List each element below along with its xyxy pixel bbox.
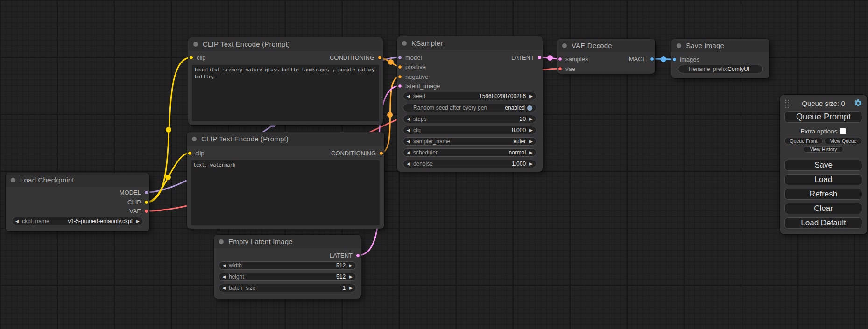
width-widget[interactable]: ◀ width 512 ▶ <box>219 261 356 270</box>
input-port-vae[interactable]: vae <box>558 64 575 73</box>
input-port-images[interactable]: images <box>672 55 699 63</box>
collapse-dot-icon[interactable] <box>193 42 198 47</box>
decrement-arrow-icon[interactable]: ◀ <box>222 264 226 268</box>
port-dot-conditioning[interactable] <box>379 151 383 155</box>
filename-prefix-widget[interactable]: filename_prefix ComfyUI <box>678 65 763 73</box>
queue-prompt-button[interactable]: Queue Prompt <box>784 111 862 123</box>
node-vae-decode[interactable]: VAE Decode samples vae IMAGE <box>557 39 655 74</box>
settings-gear-icon[interactable] <box>854 99 862 107</box>
port-dot-image[interactable] <box>650 57 654 61</box>
decrement-arrow-icon[interactable]: ◀ <box>407 117 410 121</box>
cfg-widget[interactable]: ◀ cfg 8.000 ▶ <box>403 126 536 134</box>
port-dot-vae[interactable] <box>558 67 562 71</box>
input-port-latent-image[interactable]: latent_image <box>398 82 440 90</box>
output-port-conditioning[interactable]: CONDITIONING <box>330 53 382 62</box>
decrement-arrow-icon[interactable]: ◀ <box>407 151 410 155</box>
port-dot-model[interactable] <box>144 190 148 195</box>
node-title-bar[interactable]: Empty Latent Image <box>214 235 361 248</box>
batch-size-widget[interactable]: ◀ batch_size 1 ▶ <box>219 284 356 292</box>
node-title-bar[interactable]: Load Checkpoint <box>6 173 149 187</box>
input-port-positive[interactable]: positive <box>398 63 426 71</box>
decrement-arrow-icon[interactable]: ◀ <box>407 94 410 98</box>
input-port-negative[interactable]: negative <box>398 72 428 81</box>
output-port-vae[interactable]: VAE <box>129 207 148 215</box>
node-save-image[interactable]: Save Image images filename_prefix ComfyU… <box>671 39 769 78</box>
node-load-checkpoint[interactable]: Load Checkpoint MODEL CLIP VAE ◀ ckpt_na… <box>6 173 149 231</box>
collapse-dot-icon[interactable] <box>11 178 15 182</box>
extra-options-checkbox[interactable] <box>840 128 846 134</box>
steps-widget[interactable]: ◀ steps 20 ▶ <box>403 115 536 123</box>
port-dot-image[interactable] <box>672 57 677 62</box>
increment-arrow-icon[interactable]: ▶ <box>529 94 533 98</box>
view-queue-button[interactable]: View Queue <box>824 138 862 144</box>
collapse-dot-icon[interactable] <box>192 137 197 141</box>
node-empty-latent-image[interactable]: Empty Latent Image LATENT ◀ width 512 ▶ … <box>214 235 361 299</box>
port-dot-clip[interactable] <box>189 56 193 60</box>
increment-arrow-icon[interactable]: ▶ <box>349 286 353 290</box>
port-dot-conditioning[interactable] <box>378 56 382 60</box>
port-dot-vae[interactable] <box>144 209 148 213</box>
clear-button[interactable]: Clear <box>784 203 862 214</box>
node-title-bar[interactable]: KSampler <box>397 36 543 50</box>
output-port-model[interactable]: MODEL <box>120 188 148 196</box>
save-button[interactable]: Save <box>784 160 862 171</box>
toggle-on-icon[interactable] <box>527 105 532 111</box>
increment-arrow-icon[interactable]: ▶ <box>136 219 140 224</box>
port-dot-latent[interactable] <box>537 56 542 60</box>
seed-widget[interactable]: ◀ seed 156680208700286 ▶ <box>403 92 536 100</box>
node-graph-canvas[interactable]: CLIP Text Encode (Prompt) clip CONDITION… <box>0 0 868 329</box>
port-dot-latent[interactable] <box>398 84 402 88</box>
decrement-arrow-icon[interactable]: ◀ <box>407 140 410 144</box>
increment-arrow-icon[interactable]: ▶ <box>529 162 533 166</box>
output-port-clip[interactable]: CLIP <box>127 198 148 206</box>
increment-arrow-icon[interactable]: ▶ <box>529 128 533 133</box>
output-port-latent[interactable]: LATENT <box>511 53 542 62</box>
increment-arrow-icon[interactable]: ▶ <box>349 275 353 279</box>
collapse-dot-icon[interactable] <box>562 43 567 48</box>
port-dot-latent[interactable] <box>356 253 360 258</box>
collapse-dot-icon[interactable] <box>402 41 407 46</box>
decrement-arrow-icon[interactable]: ◀ <box>222 275 226 279</box>
node-clip-text-encode-negative[interactable]: CLIP Text Encode (Prompt) clip CONDITION… <box>187 132 384 229</box>
scheduler-widget[interactable]: ◀ scheduler normal ▶ <box>403 148 536 157</box>
increment-arrow-icon[interactable]: ▶ <box>349 264 353 268</box>
decrement-arrow-icon[interactable]: ◀ <box>15 219 19 224</box>
ckpt-name-widget[interactable]: ◀ ckpt_name v1-5-pruned-emaonly.ckpt ▶ <box>12 217 143 225</box>
load-button[interactable]: Load <box>784 174 862 185</box>
queue-front-button[interactable]: Queue Front <box>784 138 823 144</box>
denoise-widget[interactable]: ◀ denoise 1.000 ▶ <box>403 160 536 168</box>
node-title-bar[interactable]: CLIP Text Encode (Prompt) <box>187 132 384 146</box>
node-title-bar[interactable]: Save Image <box>671 39 769 52</box>
collapse-dot-icon[interactable] <box>677 43 681 48</box>
port-dot-model[interactable] <box>398 56 402 60</box>
increment-arrow-icon[interactable]: ▶ <box>529 117 533 121</box>
port-dot-conditioning[interactable] <box>398 75 402 79</box>
node-title-bar[interactable]: VAE Decode <box>557 39 655 52</box>
node-title-bar[interactable]: CLIP Text Encode (Prompt) <box>188 37 383 51</box>
port-dot-latent[interactable] <box>558 57 562 61</box>
load-default-button[interactable]: Load Default <box>784 217 862 229</box>
input-port-model[interactable]: model <box>398 53 422 62</box>
output-port-conditioning[interactable]: CONDITIONING <box>331 149 383 157</box>
increment-arrow-icon[interactable]: ▶ <box>529 151 533 155</box>
node-clip-text-encode-positive[interactable]: CLIP Text Encode (Prompt) clip CONDITION… <box>188 37 383 125</box>
input-port-clip[interactable]: clip <box>188 149 205 157</box>
positive-prompt-textarea[interactable]: beautiful scenery nature glass bottle la… <box>192 65 379 121</box>
negative-prompt-textarea[interactable]: text, watermark <box>191 160 380 225</box>
port-dot-clip[interactable] <box>188 151 192 155</box>
refresh-button[interactable]: Refresh <box>784 189 862 200</box>
collapse-dot-icon[interactable] <box>219 239 224 244</box>
height-widget[interactable]: ◀ height 512 ▶ <box>219 273 356 281</box>
increment-arrow-icon[interactable]: ▶ <box>529 140 533 144</box>
port-dot-conditioning[interactable] <box>398 65 402 69</box>
decrement-arrow-icon[interactable]: ◀ <box>222 286 226 290</box>
input-port-samples[interactable]: samples <box>558 55 588 63</box>
random-seed-toggle-widget[interactable]: Random seed after every gen enabled <box>403 104 536 112</box>
view-history-button[interactable]: View History <box>804 146 843 153</box>
node-ksampler[interactable]: KSampler model positive negative latent_… <box>397 36 543 172</box>
output-port-latent[interactable]: LATENT <box>330 251 360 259</box>
sampler-name-widget[interactable]: ◀ sampler_name euler ▶ <box>403 137 536 146</box>
decrement-arrow-icon[interactable]: ◀ <box>407 128 410 133</box>
input-port-clip[interactable]: clip <box>189 53 206 62</box>
decrement-arrow-icon[interactable]: ◀ <box>407 162 410 166</box>
